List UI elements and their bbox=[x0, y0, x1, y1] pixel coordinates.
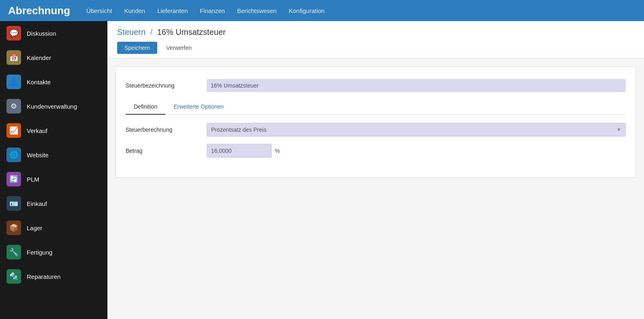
sidebar-label-fertigung: Fertigung bbox=[27, 249, 52, 256]
breadcrumb-parent[interactable]: Steuern bbox=[117, 28, 145, 36]
diskussion-icon: 💬 bbox=[6, 26, 21, 41]
save-button[interactable]: Speichern bbox=[117, 42, 157, 54]
sidebar-item-reparaturen[interactable]: 🔩 Reparaturen bbox=[0, 264, 107, 289]
sidebar-label-reparaturen: Reparaturen bbox=[27, 273, 60, 280]
sidebar-item-fertigung[interactable]: 🔧 Fertigung bbox=[0, 240, 107, 264]
breadcrumb: Steuern / 16% Umsatzsteuer bbox=[117, 28, 634, 37]
steuerberechnung-label: Steuerberechnung bbox=[126, 126, 207, 133]
sidebar-item-verkauf[interactable]: 📈 Verkauf bbox=[0, 118, 107, 143]
steuerbezeichnung-input[interactable] bbox=[207, 79, 626, 92]
tab-erweiterte-optionen[interactable]: Erweiterte Optionen bbox=[165, 99, 232, 115]
sidebar-label-kontakte: Kontakte bbox=[27, 79, 51, 86]
form-card: Steuerbezeichnung Definition Erweiterte … bbox=[116, 66, 636, 178]
betrag-unit: % bbox=[275, 148, 280, 154]
steuerberechnung-select[interactable]: Prozentsatz des Preis ▼ bbox=[207, 123, 626, 137]
betrag-row: Betrag % bbox=[126, 144, 626, 158]
sidebar-label-verkauf: Verkauf bbox=[27, 127, 47, 134]
action-buttons: Speichern Verwerfen bbox=[117, 42, 634, 54]
sidebar: 💬 Diskussion 📅 Kalender 👤 Kontakte ⚙ Kun… bbox=[0, 21, 107, 319]
sidebar-label-diskussion: Diskussion bbox=[27, 30, 56, 37]
sidebar-label-website: Website bbox=[27, 152, 49, 158]
plm-icon: 🔄 bbox=[6, 172, 21, 186]
sidebar-item-plm[interactable]: 🔄 PLM bbox=[0, 167, 107, 191]
nav-lieferanten[interactable]: Lieferanten bbox=[157, 6, 188, 16]
sidebar-item-kundenverwaltung[interactable]: ⚙ Kundenverwaltung bbox=[0, 94, 107, 118]
lager-icon: 📦 bbox=[6, 221, 21, 235]
steuerberechnung-row: Steuerberechnung Prozentsatz des Preis ▼ bbox=[126, 123, 626, 137]
app-title: Abrechnung bbox=[8, 4, 70, 17]
breadcrumb-separator: / bbox=[150, 28, 153, 36]
einkauf-icon: 🪪 bbox=[6, 196, 21, 211]
kontakte-icon: 👤 bbox=[6, 75, 21, 89]
sidebar-item-kalender[interactable]: 📅 Kalender bbox=[0, 45, 107, 70]
top-nav: Übersicht Kunden Lieferanten Finanzen Be… bbox=[86, 6, 325, 16]
kalender-icon: 📅 bbox=[6, 50, 21, 65]
breadcrumb-current: 16% Umsatzsteuer bbox=[157, 28, 226, 36]
sidebar-item-einkauf[interactable]: 🪪 Einkauf bbox=[0, 191, 107, 216]
sidebar-label-kalender: Kalender bbox=[27, 54, 51, 61]
website-icon: 🌐 bbox=[6, 148, 21, 162]
betrag-label: Betrag bbox=[126, 148, 207, 154]
betrag-input[interactable] bbox=[207, 144, 272, 158]
nav-konfiguration[interactable]: Konfiguration bbox=[289, 6, 325, 16]
content-area: Steuern / 16% Umsatzsteuer Speichern Ver… bbox=[107, 21, 644, 319]
nav-berichtswesen[interactable]: Berichtswesen bbox=[237, 6, 277, 16]
sidebar-label-kundenverwaltung: Kundenverwaltung bbox=[27, 103, 77, 110]
top-bar: Abrechnung Übersicht Kunden Lieferanten … bbox=[0, 0, 644, 21]
sidebar-label-lager: Lager bbox=[27, 225, 42, 231]
sidebar-label-einkauf: Einkauf bbox=[27, 200, 47, 207]
nav-finanzen[interactable]: Finanzen bbox=[200, 6, 225, 16]
sidebar-label-plm: PLM bbox=[27, 176, 39, 183]
sidebar-item-lager[interactable]: 📦 Lager bbox=[0, 216, 107, 240]
verkauf-icon: 📈 bbox=[6, 123, 21, 138]
sidebar-item-kontakte[interactable]: 👤 Kontakte bbox=[0, 70, 107, 94]
tab-bar: Definition Erweiterte Optionen bbox=[126, 99, 626, 115]
main-layout: 💬 Diskussion 📅 Kalender 👤 Kontakte ⚙ Kun… bbox=[0, 21, 644, 319]
steuerbezeichnung-label: Steuerbezeichnung bbox=[126, 82, 207, 89]
steuerbezeichnung-row: Steuerbezeichnung bbox=[126, 79, 626, 92]
kundenverwaltung-icon: ⚙ bbox=[6, 99, 21, 113]
sidebar-item-website[interactable]: 🌐 Website bbox=[0, 143, 107, 167]
nav-ubersicht[interactable]: Übersicht bbox=[86, 6, 112, 16]
page-header: Steuern / 16% Umsatzsteuer Speichern Ver… bbox=[107, 21, 644, 58]
sidebar-item-diskussion[interactable]: 💬 Diskussion bbox=[0, 21, 107, 45]
tab-definition[interactable]: Definition bbox=[126, 99, 165, 115]
nav-kunden[interactable]: Kunden bbox=[124, 6, 145, 16]
discard-button[interactable]: Verwerfen bbox=[160, 42, 197, 54]
chevron-down-icon: ▼ bbox=[616, 127, 621, 133]
steuerberechnung-value: Prozentsatz des Preis bbox=[211, 126, 266, 133]
fertigung-icon: 🔧 bbox=[6, 245, 21, 259]
reparaturen-icon: 🔩 bbox=[6, 269, 21, 284]
